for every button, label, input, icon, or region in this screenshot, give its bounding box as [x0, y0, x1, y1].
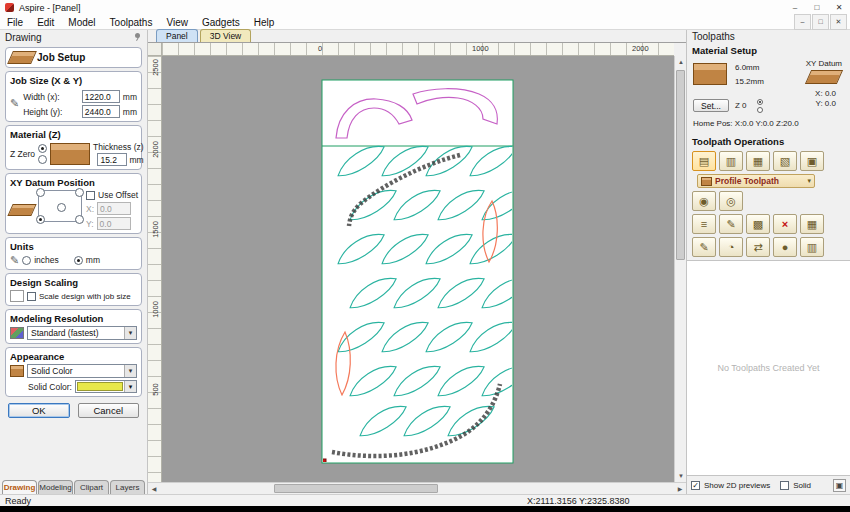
menu-help[interactable]: Help [247, 15, 282, 30]
tab-3d-view[interactable]: 3D View [200, 29, 252, 42]
close-icon[interactable]: ✕ [828, 0, 850, 15]
job-setup-section[interactable]: Job Setup [5, 47, 142, 68]
left-panel-tabs: Drawing Modeling Clipart Layers [0, 480, 147, 494]
toolpaths-panel-footer: ✓ Show 2D previews Solid ▣ [687, 477, 850, 493]
horizontal-scroll-thumb[interactable] [274, 484, 438, 493]
moulding-toolpath-icon[interactable]: ▩ [746, 214, 770, 234]
datum-bottom-left-radio[interactable] [36, 215, 45, 224]
job-size-icon: ✎ [10, 97, 19, 109]
datum-top-right-radio[interactable] [75, 188, 84, 197]
vertical-scroll-thumb[interactable] [676, 70, 685, 260]
datum-bottom-right-radio[interactable] [75, 215, 84, 224]
material-thickness-value: 15.2mm [735, 77, 764, 86]
mdi-restore-icon[interactable]: □ [812, 14, 829, 30]
height-field[interactable]: 2440.0 [82, 105, 120, 118]
tab-clipart[interactable]: Clipart [74, 480, 109, 494]
vertical-scrollbar[interactable]: ▲ ▼ [674, 56, 686, 482]
datum-position-selector[interactable] [38, 190, 82, 222]
offset-y-field[interactable]: 0.0 [97, 217, 131, 230]
bottom-strip [0, 506, 850, 512]
menu-bar: File Edit Model Toolpaths View Gadgets H… [0, 15, 850, 30]
datum-x-value: X: 0.0 [815, 89, 836, 98]
fluting-toolpath-icon[interactable]: ≡ [692, 214, 716, 234]
estimate-machining-icon[interactable]: ▥ [800, 237, 824, 257]
profile-toolpath-button[interactable]: Profile Toolpath ▾ [697, 174, 815, 188]
horizontal-scrollbar[interactable]: ◀ ▶ [148, 482, 686, 494]
scale-design-checkbox[interactable] [27, 292, 36, 301]
inlay-toolpath-icon[interactable]: ▧ [773, 151, 797, 171]
quick-engrave-toolpath-icon[interactable]: ▣ [800, 151, 824, 171]
offset-x-field[interactable]: 0.0 [97, 202, 131, 215]
datum-center-radio[interactable] [57, 203, 66, 212]
units-mm-label: mm [86, 255, 100, 265]
texture-toolpath-icon[interactable]: ✎ [719, 214, 743, 234]
ruler-label: 1500 [151, 218, 160, 242]
toolpath-list-empty-message: No Toolpaths Created Yet [718, 363, 820, 373]
vertical-ruler[interactable]: 2500 2000 1500 1000 500 [148, 56, 162, 482]
thickness-unit: mm [129, 155, 143, 165]
menu-gadgets[interactable]: Gadgets [195, 15, 247, 30]
units-inches-radio[interactable] [22, 256, 31, 265]
solid-color-swatch [77, 382, 123, 391]
material-page[interactable] [322, 80, 513, 463]
material-title: Material (Z) [10, 129, 137, 140]
cancel-button[interactable]: Cancel [78, 403, 140, 418]
modeling-resolution-title: Modeling Resolution [10, 313, 137, 324]
recalculate-toolpaths-icon[interactable]: ⇄ [746, 237, 770, 257]
maximize-icon[interactable]: □ [806, 0, 828, 15]
width-field[interactable]: 1220.0 [82, 90, 120, 103]
toolpath-list[interactable]: No Toolpaths Created Yet [687, 260, 850, 476]
menu-model[interactable]: Model [61, 15, 102, 30]
datum-y-value: Y: 0.0 [816, 99, 836, 108]
show-2d-previews-checkbox[interactable]: ✓ [691, 481, 700, 490]
document-tab-bar: Panel 3D View [148, 30, 686, 43]
solid-checkbox[interactable] [780, 481, 789, 490]
minimize-icon[interactable]: – [784, 0, 806, 15]
menu-view[interactable]: View [159, 15, 195, 30]
chevron-down-icon[interactable]: ▾ [124, 365, 136, 377]
modeling-resolution-select[interactable]: Standard (fastest) ▾ [27, 326, 137, 340]
tab-layers[interactable]: Layers [110, 480, 145, 494]
z-zero-bottom-radio[interactable] [38, 155, 47, 164]
mdi-close-icon[interactable]: ✕ [830, 14, 847, 30]
datum-top-left-radio[interactable] [36, 188, 45, 197]
horizontal-ruler[interactable]: 0 1000 2000 [162, 43, 674, 56]
mdi-minimize-icon[interactable]: – [794, 14, 811, 30]
engrave-toolpath-icon[interactable]: ◎ [719, 191, 743, 211]
profile-toolpath-icon[interactable]: ▤ [692, 151, 716, 171]
menu-edit[interactable]: Edit [30, 15, 61, 30]
vcarve-toolpath-icon[interactable]: ◉ [692, 191, 716, 211]
pocket-toolpath-icon[interactable]: ▥ [719, 151, 743, 171]
drilling-toolpath-icon[interactable]: ▦ [746, 151, 770, 171]
z-zero-top-radio[interactable] [38, 144, 47, 153]
preview-toolpath-icon[interactable]: ◔ [719, 237, 743, 257]
shading-value: Solid Color [31, 366, 73, 376]
use-offset-label: Use Offset [98, 190, 138, 200]
shading-select[interactable]: Solid Color ▾ [27, 364, 137, 378]
tab-panel[interactable]: Panel [156, 29, 198, 42]
toolpath-drawing-toggle-icon[interactable]: ▣ [833, 479, 846, 492]
menu-toolpaths[interactable]: Toolpaths [103, 15, 160, 30]
edit-toolpath-icon[interactable]: ✎ [692, 237, 716, 257]
ok-button[interactable]: OK [8, 403, 70, 418]
solid-color-picker[interactable]: ▾ [75, 380, 137, 393]
chevron-down-icon[interactable]: ▾ [124, 381, 136, 392]
units-mm-radio[interactable] [74, 256, 83, 265]
tab-modeling[interactable]: Modeling [38, 480, 73, 494]
simulate-toolpath-icon[interactable]: ● [773, 237, 797, 257]
material-set-button[interactable]: Set... [693, 99, 729, 112]
title-bar[interactable]: Aspire - [Panel] – □ ✕ [0, 0, 850, 15]
z-zero-top-radio[interactable] [757, 99, 763, 105]
home-position-value: Home Pos: X:0.0 Y:0.0 Z:20.0 [693, 119, 799, 128]
chevron-down-icon[interactable]: ▾ [124, 327, 136, 339]
design-canvas-area[interactable] [162, 56, 674, 482]
menu-file[interactable]: File [0, 15, 30, 30]
tab-drawing[interactable]: Drawing [2, 480, 37, 494]
design-canvas[interactable] [162, 56, 674, 482]
thickness-field[interactable]: 15.2 [97, 153, 127, 166]
delete-toolpath-icon[interactable]: × [773, 214, 797, 234]
pin-icon[interactable] [133, 33, 142, 42]
merge-toolpaths-icon[interactable]: ▦ [800, 214, 824, 234]
use-offset-checkbox[interactable] [86, 191, 95, 200]
z-zero-bottom-radio[interactable] [757, 107, 763, 113]
